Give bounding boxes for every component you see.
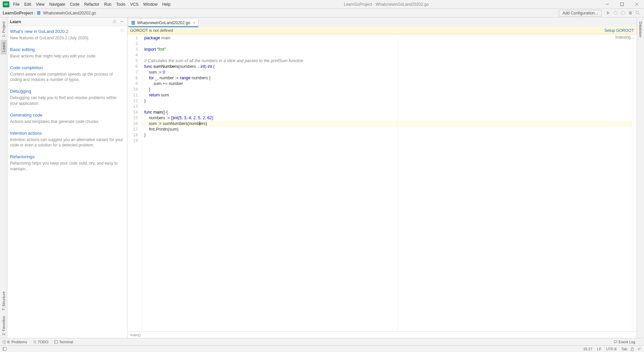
learn-item-title: Debugging: [10, 89, 124, 94]
status-caret-pos[interactable]: 16:27: [583, 347, 593, 351]
tool-terminal[interactable]: Terminal: [54, 340, 73, 344]
learn-item-desc: Debugging can help you to find and resol…: [10, 95, 124, 106]
learn-item[interactable]: Generating code Actions and templates th…: [10, 113, 124, 125]
learn-item[interactable]: Basic editing Basic actions that might h…: [10, 47, 124, 59]
title-bar: GO File Edit View Navigate Code Refactor…: [0, 0, 644, 9]
learn-item[interactable]: Debugging Debugging can help you to find…: [10, 89, 124, 106]
close-tab-icon[interactable]: ×: [193, 20, 196, 25]
svg-rect-26: [3, 347, 4, 351]
search-button[interactable]: [634, 9, 641, 17]
tool-todo[interactable]: TODO: [33, 340, 49, 344]
tool-structure[interactable]: 7: Structure: [1, 289, 7, 313]
learn-item-title: What's new in GoLand 2020.2: [10, 29, 124, 34]
tool-database[interactable]: Database: [638, 19, 644, 40]
status-indent[interactable]: Tab: [621, 347, 627, 351]
inspection-profile-icon[interactable]: [637, 347, 641, 351]
tool-problems[interactable]: 6: Problems: [3, 340, 27, 344]
tool-event-log[interactable]: Event Log: [614, 340, 635, 344]
main-menu-bar: File Edit View Navigate Code Refactor Ru…: [11, 0, 173, 9]
menu-help[interactable]: Help: [160, 0, 173, 9]
app-icon: GO: [3, 1, 9, 7]
minimize-button[interactable]: [600, 0, 614, 9]
gear-icon[interactable]: [120, 28, 124, 33]
menu-edit[interactable]: Edit: [22, 0, 34, 9]
line-gutter: 1 2 3 4 5 6 7 8 9 10 11 12 13 14 15 16 1…: [127, 34, 142, 331]
svg-rect-1: [621, 3, 624, 6]
code-content[interactable]: package main import "fmt" // Calculates …: [142, 34, 632, 331]
maximize-button[interactable]: [614, 0, 629, 9]
window-controls: [600, 0, 644, 9]
gear-icon[interactable]: [112, 19, 117, 25]
coverage-button[interactable]: [619, 9, 627, 17]
svg-rect-16: [131, 21, 135, 25]
svg-point-11: [113, 21, 115, 23]
menu-navigate[interactable]: Navigate: [47, 0, 67, 9]
editor-tab[interactable]: WhatsnewinGoLand20202.go ×: [128, 18, 199, 27]
learn-item-title: Generating code: [10, 113, 124, 118]
learn-item[interactable]: What's new in GoLand 2020.2 New features…: [10, 29, 124, 41]
editor-tab-label: WhatsnewinGoLand20202.go: [137, 20, 190, 25]
menu-window[interactable]: Window: [141, 0, 160, 9]
svg-rect-4: [37, 11, 40, 15]
learn-item-title: Basic editing: [10, 47, 124, 52]
learn-item-title: Intention actions: [10, 131, 124, 136]
svg-rect-8: [629, 11, 632, 14]
code-editor[interactable]: 1 2 3 4 5 6 7 8 9 10 11 12 13 14 15 16 1…: [127, 34, 637, 331]
status-line-sep[interactable]: LF: [597, 347, 601, 351]
learn-panel-body: What's new in GoLand 2020.2 New features…: [7, 26, 127, 181]
menu-refactor[interactable]: Refactor: [82, 0, 102, 9]
svg-line-10: [638, 13, 640, 15]
menu-code[interactable]: Code: [67, 0, 82, 9]
stop-button[interactable]: [627, 9, 634, 17]
svg-rect-23: [55, 340, 58, 343]
svg-point-28: [638, 348, 640, 350]
error-stripe[interactable]: [632, 34, 637, 331]
menu-view[interactable]: View: [34, 0, 47, 9]
learn-item[interactable]: Code completion Context-aware code compl…: [10, 65, 124, 83]
terminal-icon: [54, 340, 58, 344]
status-bar: 16:27 LF UTF-8 Tab: [0, 345, 644, 352]
tool-learn[interactable]: Learn: [1, 40, 7, 54]
list-icon: [33, 340, 37, 344]
learn-item[interactable]: Intention actions Intention actions can …: [10, 131, 124, 148]
editor-breadcrumb: main(): [127, 331, 637, 338]
debug-button[interactable]: [612, 9, 619, 17]
hide-panel-icon[interactable]: [119, 19, 124, 25]
svg-point-19: [4, 342, 4, 343]
breadcrumb-fn[interactable]: main(): [130, 333, 141, 337]
run-button[interactable]: [604, 9, 612, 17]
learn-panel-header: Learn: [7, 17, 127, 26]
menu-run[interactable]: Run: [102, 0, 114, 9]
show-toolwindow-icon[interactable]: [3, 347, 7, 351]
menu-vcs[interactable]: VCS: [128, 0, 141, 9]
svg-point-14: [121, 30, 123, 32]
svg-point-29: [640, 348, 641, 348]
learn-item[interactable]: Refactorings Refactoring helps you keep …: [10, 154, 124, 172]
learn-item-desc: Basic actions that might help you edit y…: [10, 53, 124, 59]
main-layout: 1: Project Learn 7: Structure 2: Favorit…: [0, 17, 644, 338]
close-button[interactable]: [629, 0, 644, 9]
breadcrumb-project[interactable]: LearnGoProject: [3, 11, 33, 15]
banner-action-link[interactable]: Setup GOROOT: [604, 28, 634, 33]
tool-favorites[interactable]: 2: Favorites: [1, 313, 7, 338]
navigation-bar: LearnGoProject › WhatsnewinGoLand20202.g…: [0, 9, 644, 17]
status-encoding[interactable]: UTF-8: [606, 347, 616, 351]
learn-item-desc: Refactoring helps you keep your code sol…: [10, 161, 124, 172]
menu-file[interactable]: File: [11, 0, 22, 9]
editor-area: WhatsnewinGoLand20202.go × GOROOT is not…: [127, 17, 637, 338]
learn-item-desc: Actions and templates that generate code…: [10, 119, 124, 125]
editor-tabs: WhatsnewinGoLand20202.go ×: [127, 17, 637, 27]
tool-project[interactable]: 1: Project: [1, 19, 7, 40]
go-file-icon: [131, 20, 135, 25]
svg-point-15: [120, 29, 124, 32]
svg-point-12: [113, 20, 116, 24]
add-configuration-button[interactable]: Add Configuration...: [559, 10, 602, 16]
warning-icon: [3, 340, 6, 344]
readonly-lock-icon[interactable]: [631, 347, 634, 351]
bottom-tool-bar: 6: Problems TODO Terminal Event Log: [0, 338, 644, 345]
svg-rect-24: [614, 341, 617, 343]
notification-banner: GOROOT is not defined Setup GOROOT: [127, 27, 637, 34]
learn-panel: Learn What's new in GoLand 2020.2 New fe…: [7, 17, 127, 338]
menu-tools[interactable]: Tools: [114, 0, 128, 9]
breadcrumb-file[interactable]: WhatsnewinGoLand20202.go: [37, 11, 96, 15]
